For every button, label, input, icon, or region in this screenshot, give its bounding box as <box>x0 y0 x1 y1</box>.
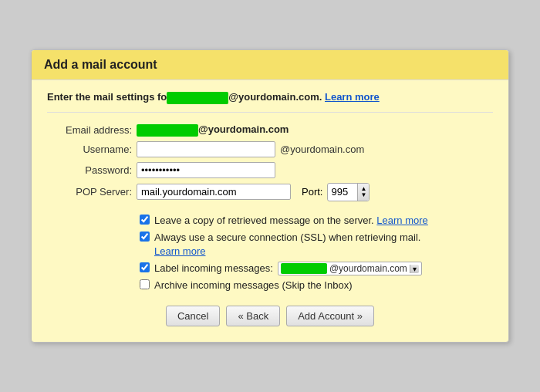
leave-copy-learn-more-link[interactable]: Learn more <box>376 215 427 226</box>
archive-row: Archive incoming messages (Skip the Inbo… <box>140 279 493 292</box>
dialog-title: Add a mail account <box>32 50 508 80</box>
intro-text-before: Enter the mail settings fo <box>47 91 167 103</box>
port-spinner-arrows[interactable]: ▲ ▼ <box>357 184 369 201</box>
leave-copy-label: Leave a copy of retrieved message on the… <box>154 214 428 228</box>
redacted-label-value <box>281 263 327 274</box>
add-mail-account-dialog: Add a mail account Enter the mail settin… <box>31 49 509 342</box>
form-area: Email address: @yourdomain.com Username:… <box>47 123 493 201</box>
email-address-row: Email address: @yourdomain.com <box>47 123 493 137</box>
dialog-body: Enter the mail settings fo@yourdomain.co… <box>32 80 508 341</box>
label-dropdown-arrow[interactable]: ▾ <box>410 265 419 273</box>
username-row: Username: @yourdomain.com <box>47 141 493 157</box>
label-incoming-dropdown[interactable]: @yourdomain.com ▾ <box>278 262 422 275</box>
pop-server-row: POP Server: Port: ▲ ▼ <box>47 183 493 201</box>
archive-checkbox[interactable] <box>140 279 150 289</box>
pop-server-label: POP Server: <box>47 186 132 198</box>
redacted-email-intro <box>167 92 228 104</box>
leave-copy-row: Leave a copy of retrieved message on the… <box>140 214 493 228</box>
email-value: @yourdomain.com <box>137 123 289 137</box>
username-input[interactable] <box>137 141 275 157</box>
port-input[interactable] <box>328 184 357 199</box>
port-label: Port: <box>302 186 322 198</box>
username-label: Username: <box>47 144 132 155</box>
username-suffix: @yourdomain.com <box>280 144 364 155</box>
label-incoming-label: Label incoming messages: <box>154 262 273 275</box>
password-row: Password: <box>47 162 493 178</box>
ssl-row: Always use a secure connection (SSL) whe… <box>140 231 493 259</box>
back-button[interactable]: « Back <box>226 306 280 326</box>
password-input[interactable] <box>137 162 275 178</box>
footer-buttons: Cancel « Back Add Account » <box>47 306 493 326</box>
intro-learn-more-link[interactable]: Learn more <box>325 91 380 103</box>
leave-copy-checkbox[interactable] <box>140 215 150 225</box>
label-incoming-domain: @yourdomain.com <box>329 263 407 274</box>
email-label: Email address: <box>47 124 132 136</box>
pop-server-input[interactable] <box>137 184 291 200</box>
password-label: Password: <box>47 164 132 176</box>
ssl-checkbox[interactable] <box>140 231 150 242</box>
port-spinner: ▲ ▼ <box>327 183 370 201</box>
label-incoming-checkbox[interactable] <box>140 262 150 272</box>
ssl-learn-more-link[interactable]: Learn more <box>154 245 205 257</box>
port-down-arrow: ▼ <box>360 192 366 198</box>
cancel-button[interactable]: Cancel <box>166 306 220 326</box>
redacted-email <box>137 124 198 137</box>
label-incoming-row: Label incoming messages: @yourdomain.com… <box>140 262 493 275</box>
archive-label: Archive incoming messages (Skip the Inbo… <box>154 279 353 292</box>
intro-text-domain: @yourdomain.com. <box>228 91 322 103</box>
intro-line: Enter the mail settings fo@yourdomain.co… <box>47 91 493 113</box>
add-account-button[interactable]: Add Account » <box>286 306 374 326</box>
ssl-label: Always use a secure connection (SSL) whe… <box>154 231 420 259</box>
email-domain: @yourdomain.com <box>198 123 289 135</box>
